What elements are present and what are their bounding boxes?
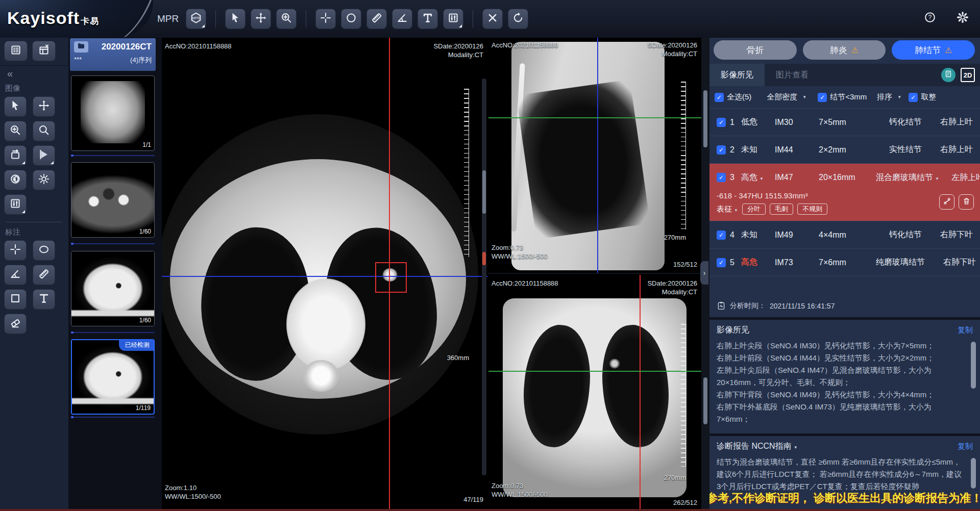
coronal-scrollbar-thumb[interactable] (703, 377, 707, 424)
sagittal-scrollbar-thumb[interactable] (703, 90, 707, 147)
delete-nodule-button[interactable] (959, 194, 974, 210)
axial-scrollbar[interactable] (482, 79, 486, 475)
tab-pneumonia[interactable]: 肺炎⚠ (803, 40, 886, 60)
ellipse-tool-button[interactable] (341, 9, 361, 29)
2d-view-button[interactable]: 2D (961, 68, 975, 82)
findings-scrollbar-thumb[interactable] (971, 342, 976, 389)
rail-text-button[interactable] (33, 289, 55, 310)
text-icon (422, 12, 433, 25)
sagittal-zoom-overlay: Zoom:0.73 WW/WL:1500/-500 (492, 243, 548, 261)
report-list-button[interactable] (4, 41, 28, 61)
rail-crosshair-button[interactable] (4, 240, 27, 261)
mpr-tool-button[interactable]: MPR (186, 9, 206, 29)
nodule-checkbox[interactable] (717, 118, 726, 127)
report-scrollbar-thumb[interactable] (971, 458, 976, 489)
sagittal-viewport[interactable]: 270mm AccNO:202101158888 SDate:20200126 … (488, 38, 701, 274)
tab-image-findings[interactable]: 影像所见 (709, 64, 765, 86)
nodule-row-5[interactable]: 5 高危 IM73 7×6mm 纯磨玻璃结节 右肺下叶 (709, 249, 980, 276)
thumbnail-axial-mediastinum[interactable]: 1/60 (71, 162, 155, 238)
feature-tag-irregular[interactable]: 不规则 (797, 203, 827, 215)
rail-pan-button[interactable] (33, 96, 55, 117)
tab-fracture[interactable]: 骨折 (714, 40, 797, 60)
tab-lung-nodule[interactable]: 肺结节⚠ (892, 40, 975, 60)
feature-tag-spiculation[interactable]: 毛刺 (770, 203, 793, 215)
rail-rotate-button[interactable] (4, 145, 27, 166)
type-dropdown[interactable]: 混合磨玻璃结节 (876, 172, 939, 183)
round-checkbox[interactable]: 取整 (909, 92, 936, 102)
zoom-in-tool-button[interactable] (276, 9, 297, 29)
location-dropdown[interactable]: 左肺上叶 (939, 172, 980, 183)
risk-dropdown[interactable]: 高危 (741, 172, 775, 183)
close-layout-button[interactable] (32, 41, 56, 61)
rail-ruler-button[interactable] (33, 265, 55, 285)
coronal-crosshair-vertical[interactable] (640, 275, 641, 511)
rail-ellipse-button[interactable] (33, 240, 55, 261)
rail-cine-play-button[interactable] (33, 145, 55, 166)
gear-icon (957, 12, 968, 25)
follow-up-button[interactable] (939, 194, 954, 210)
text-tool-button[interactable] (418, 9, 438, 29)
report-guideline-dropdown[interactable]: 诊断报告 NCCN指南 (717, 441, 798, 452)
select-tool-button[interactable] (225, 9, 246, 29)
panel-expand-handle[interactable]: › (700, 261, 708, 285)
tab-picture-view[interactable]: 图片查看 (765, 64, 820, 86)
delete-tool-button[interactable] (482, 9, 503, 29)
axial-viewport[interactable]: 360mm AccNO:202101158888 SDate:20200126 … (162, 38, 487, 511)
feature-dropdown[interactable]: 表征 (717, 205, 738, 214)
help-button[interactable]: ? (920, 8, 940, 29)
rail-invert-button[interactable] (4, 170, 27, 190)
rail-zoom-in-button[interactable] (4, 121, 27, 141)
left-tool-rail: « 图像 标注 (0, 38, 69, 511)
nodule-row-2[interactable]: 2 未知 IM44 2×2mm 实性结节 右肺上叶 (709, 136, 980, 164)
settings-button[interactable] (952, 8, 973, 29)
feature-tag-lobulation[interactable]: 分叶 (742, 203, 766, 215)
copy-report-button[interactable]: 复制 (958, 442, 973, 451)
axial-scrollbar-marker[interactable] (482, 252, 486, 265)
rectangle-icon (10, 293, 21, 306)
axial-scale-label: 360mm (447, 354, 469, 362)
checkbox-checked-icon[interactable] (715, 93, 724, 102)
folder-button[interactable] (74, 41, 88, 53)
sagittal-crosshair-horizontal[interactable] (488, 117, 701, 118)
density-filter-dropdown[interactable]: 全部密度 (767, 92, 806, 102)
angle-tool-button[interactable] (392, 9, 412, 29)
thumbnail-axial-selected[interactable]: 已经检测 1/119 (71, 339, 155, 415)
small-nodule-checkbox[interactable]: 结节<3mm (818, 92, 867, 102)
ruler-tool-button[interactable] (366, 9, 387, 29)
nodule-checkbox[interactable] (717, 231, 726, 240)
nodule-row-3-selected[interactable]: 3 高危 IM47 20×16mm 混合磨玻璃结节 左肺上叶 -618 - 34… (709, 164, 980, 221)
coronal-crosshair-horizontal[interactable] (488, 371, 701, 372)
nodule-row-4[interactable]: 4 未知 IM49 4×4mm 钙化结节 右肺下叶 (709, 221, 980, 249)
select-all-checkbox[interactable]: 全选(5) (715, 92, 751, 102)
sort-dropdown[interactable]: 排序 (877, 92, 901, 102)
nodule-hu-volume: -618 - 347HU 1515.93mm³ (717, 191, 973, 200)
coronal-viewport[interactable]: 270mm AccNO:202101158888 SDate:20200126 … (488, 275, 701, 511)
rail-rectangle-button[interactable] (4, 289, 27, 310)
reset-tool-button[interactable] (508, 9, 528, 29)
checkbox-checked-icon[interactable] (909, 93, 918, 102)
pan-tool-button[interactable] (251, 9, 271, 29)
nodule-checkbox[interactable] (717, 145, 726, 155)
nodule-row-1[interactable]: 1 低危 IM30 7×5mm 钙化结节 右肺上叶 (709, 109, 980, 136)
crosshair-tool-button[interactable] (315, 9, 336, 29)
checkbox-checked-icon[interactable] (818, 93, 827, 102)
thumbnail-scout[interactable]: 1/1 (71, 75, 155, 151)
thumbnail-axial-lung[interactable]: 1/60 (71, 251, 155, 326)
sagittal-crosshair-vertical[interactable] (597, 38, 598, 273)
rail-select-button[interactable] (4, 96, 27, 117)
collapse-rail-button[interactable]: « (0, 66, 68, 80)
window-level-tool-button[interactable] (443, 9, 463, 29)
rail-angle-button[interactable] (4, 265, 27, 285)
series-header[interactable]: 20200126CT *** (4)序列 (70, 38, 156, 71)
rail-eraser-button[interactable] (4, 314, 27, 334)
report-bubble-button[interactable] (941, 68, 955, 82)
axial-scrollbar-thumb[interactable] (482, 170, 486, 214)
nodule-roi-box[interactable] (375, 262, 407, 293)
rail-window-level-button[interactable] (4, 194, 27, 215)
axial-crosshair-horizontal[interactable] (162, 276, 487, 277)
rail-brightness-button[interactable] (33, 170, 55, 190)
nodule-checkbox[interactable] (717, 173, 726, 182)
copy-findings-button[interactable]: 复制 (958, 325, 973, 335)
nodule-checkbox[interactable] (717, 258, 726, 267)
rail-magnify-button[interactable] (33, 121, 55, 141)
